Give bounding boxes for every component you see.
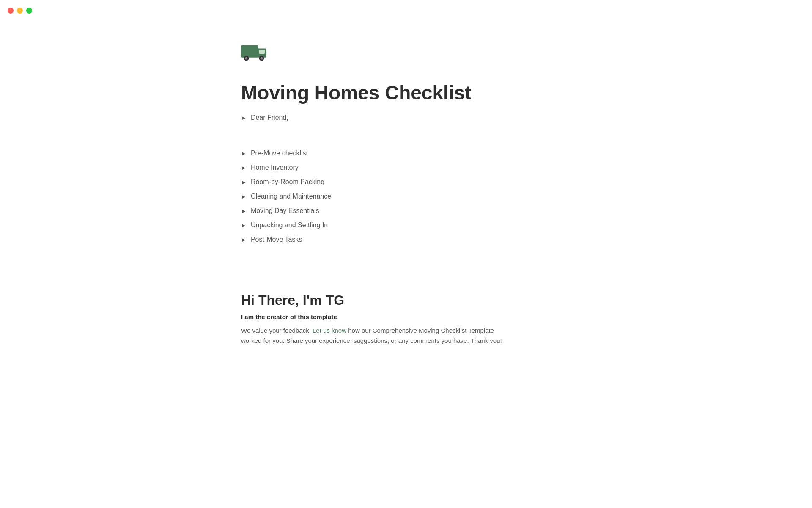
window-controls <box>8 8 32 14</box>
checklist-label-0: Pre-Move checklist <box>251 148 308 158</box>
svg-point-5 <box>245 57 248 60</box>
maximize-button[interactable] <box>26 8 32 14</box>
truck-icon <box>241 42 267 64</box>
spacer-2 <box>241 250 571 284</box>
arrow-icon-3: ► <box>241 193 247 200</box>
list-item-room-packing[interactable]: ► Room-by-Room Packing <box>241 175 571 189</box>
list-item-moving-day[interactable]: ► Moving Day Essentials <box>241 204 571 218</box>
hi-there-section: Hi There, I'm TG I am the creator of thi… <box>241 284 571 346</box>
svg-point-7 <box>261 57 263 60</box>
list-item-pre-move[interactable]: ► Pre-Move checklist <box>241 146 571 160</box>
list-item-post-move[interactable]: ► Post-Move Tasks <box>241 232 571 247</box>
arrow-icon-2: ► <box>241 179 247 185</box>
close-button[interactable] <box>8 8 14 14</box>
checklist-label-2: Room-by-Room Packing <box>251 177 324 187</box>
checklist-label-1: Home Inventory <box>251 163 299 173</box>
checklist-label-4: Moving Day Essentials <box>251 206 319 216</box>
svg-rect-2 <box>259 50 265 54</box>
arrow-icon-4: ► <box>241 208 247 214</box>
svg-rect-3 <box>258 48 259 57</box>
arrow-icon-5: ► <box>241 222 247 229</box>
hi-there-title: Hi There, I'm TG <box>241 293 571 308</box>
svg-rect-0 <box>241 45 258 58</box>
truck-icon-container <box>241 42 571 66</box>
list-item-unpacking[interactable]: ► Unpacking and Settling In <box>241 218 571 232</box>
dear-friend-toggle[interactable]: ► Dear Friend, <box>241 113 571 122</box>
arrow-icon-0: ► <box>241 150 247 157</box>
feedback-text: We value your feedback! Let us know how … <box>241 326 512 346</box>
arrow-icon-6: ► <box>241 237 247 243</box>
feedback-prefix: We value your feedback! <box>241 327 313 334</box>
list-item-home-inventory[interactable]: ► Home Inventory <box>241 160 571 175</box>
let-us-know-link[interactable]: Let us know <box>313 327 346 334</box>
page-title: Moving Homes Checklist <box>241 81 571 105</box>
checklist-label-5: Unpacking and Settling In <box>251 220 328 230</box>
minimize-button[interactable] <box>17 8 23 14</box>
creator-subtitle: I am the creator of this template <box>241 313 571 320</box>
list-item-cleaning[interactable]: ► Cleaning and Maintenance <box>241 189 571 204</box>
arrow-icon-1: ► <box>241 165 247 171</box>
checklist-label-3: Cleaning and Maintenance <box>251 191 331 202</box>
checklist-section: ► Pre-Move checklist ► Home Inventory ► … <box>241 146 571 247</box>
main-content: Moving Homes Checklist ► Dear Friend, ► … <box>224 0 588 380</box>
dear-friend-label: Dear Friend, <box>251 114 288 121</box>
toggle-arrow-icon: ► <box>241 115 247 121</box>
spacer-1 <box>241 126 571 146</box>
checklist-label-6: Post-Move Tasks <box>251 235 302 245</box>
